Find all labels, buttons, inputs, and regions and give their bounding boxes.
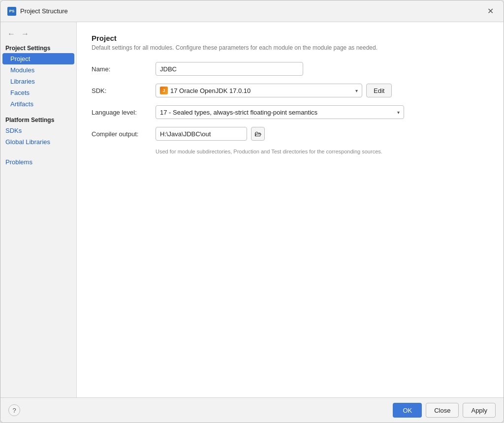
compiler-output-row: Compiler output: 🗁 <box>92 127 489 141</box>
sdk-controls: J 17 Oracle OpenJDK 17.0.10 ▾ Edit <box>156 84 392 97</box>
project-structure-dialog: PS Project Structure ✕ ← → Project Setti… <box>0 0 504 423</box>
sidebar-item-artifacts[interactable]: Artifacts <box>0 98 76 110</box>
language-level-arrow: ▾ <box>397 110 400 115</box>
name-label: Name: <box>92 65 156 73</box>
help-button[interactable]: ? <box>8 404 20 416</box>
nav-gap-2 <box>0 148 76 151</box>
sdk-dropdown[interactable]: J 17 Oracle OpenJDK 17.0.10 ▾ <box>156 84 362 97</box>
close-button[interactable]: ✕ <box>484 5 497 17</box>
language-level-label: Language level: <box>92 109 156 116</box>
sidebar-item-libraries[interactable]: Libraries <box>0 76 76 87</box>
back-button[interactable]: ← <box>5 29 17 39</box>
name-row: Name: <box>92 62 489 76</box>
language-level-row: Language level: 17 - Sealed types, alway… <box>92 105 489 119</box>
dialog-title: Project Structure <box>20 7 480 15</box>
compiler-output-label: Compiler output: <box>92 130 156 138</box>
app-icon: PS <box>7 7 16 16</box>
folder-icon: 🗁 <box>254 130 261 138</box>
nav-gap-3 <box>0 151 76 155</box>
nav-gap <box>0 110 76 114</box>
sidebar-item-global-libraries[interactable]: Global Libraries <box>0 136 76 148</box>
sidebar-item-sdks[interactable]: SDKs <box>0 125 76 136</box>
sidebar-item-modules[interactable]: Modules <box>0 64 76 76</box>
sdk-row: SDK: J 17 Oracle OpenJDK 17.0.10 ▾ Edit <box>92 84 489 97</box>
sidebar-item-problems[interactable]: Problems <box>0 155 76 169</box>
project-settings-header: Project Settings <box>0 42 76 53</box>
content-area: ← → Project Settings Project Modules Lib… <box>0 22 504 397</box>
panel-title: Project <box>92 34 489 42</box>
name-input[interactable] <box>156 62 303 76</box>
sdk-dropdown-arrow: ▾ <box>355 88 358 93</box>
compiler-folder-button[interactable]: 🗁 <box>251 127 265 141</box>
sdk-select-text: 17 Oracle OpenJDK 17.0.10 <box>170 87 352 94</box>
compiler-hint: Used for module subdirectories, Producti… <box>156 149 489 154</box>
ok-button[interactable]: OK <box>393 403 422 418</box>
java-sdk-icon: J <box>160 87 168 94</box>
main-panel: Project Default settings for all modules… <box>77 22 504 397</box>
platform-settings-header: Platform Settings <box>0 114 76 125</box>
sidebar-item-project[interactable]: Project <box>2 53 74 64</box>
compiler-output-input[interactable] <box>156 127 247 141</box>
sdk-label: SDK: <box>92 87 156 94</box>
apply-button[interactable]: Apply <box>463 403 496 418</box>
sdk-edit-button[interactable]: Edit <box>366 84 392 97</box>
cancel-button[interactable]: Close <box>426 403 459 418</box>
language-level-text: 17 - Sealed types, always-strict floatin… <box>160 109 397 116</box>
panel-subtitle: Default settings for all modules. Config… <box>92 44 489 51</box>
language-level-dropdown[interactable]: 17 - Sealed types, always-strict floatin… <box>156 105 404 119</box>
nav-back-forward: ← → <box>0 26 76 42</box>
forward-button[interactable]: → <box>19 29 31 39</box>
title-bar: PS Project Structure ✕ <box>0 0 504 22</box>
sidebar-item-facets[interactable]: Facets <box>0 87 76 98</box>
compiler-controls: 🗁 <box>156 127 265 141</box>
sidebar: ← → Project Settings Project Modules Lib… <box>0 22 77 397</box>
bottom-bar: ? OK Close Apply <box>0 397 504 423</box>
